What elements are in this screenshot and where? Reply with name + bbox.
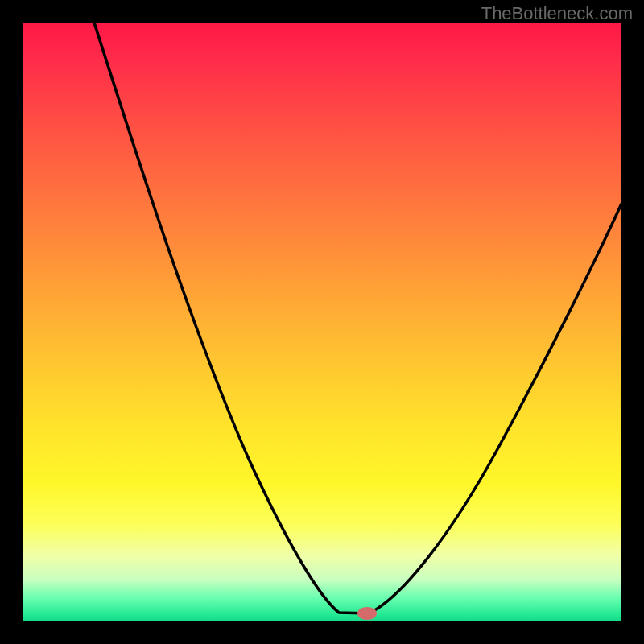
chart-container: TheBottleneck.com <box>0 0 644 644</box>
plot-area <box>23 23 621 621</box>
curve-left-branch <box>94 23 369 613</box>
curve-right-branch <box>369 204 621 613</box>
watermark: TheBottleneck.com <box>481 3 633 24</box>
chart-curve <box>23 23 621 621</box>
trough-marker <box>357 607 377 620</box>
